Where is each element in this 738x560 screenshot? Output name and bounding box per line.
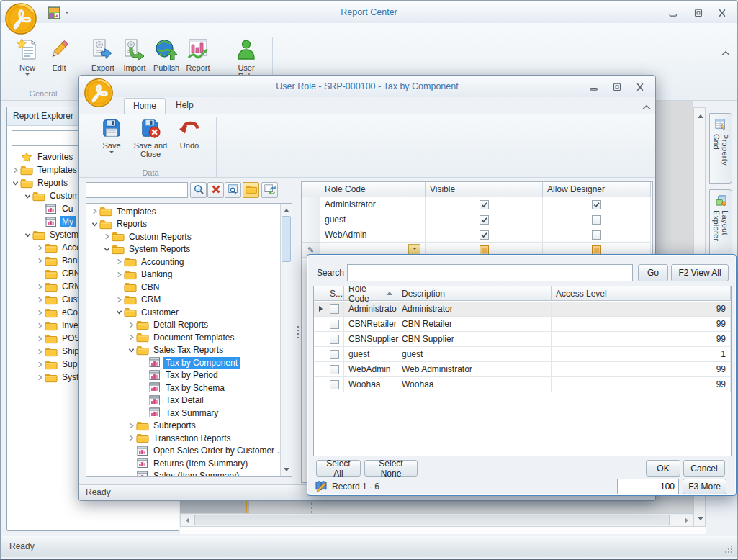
- tree-item[interactable]: Customer: [86, 306, 280, 319]
- scrollbar-thumb[interactable]: [282, 216, 291, 262]
- tree-item[interactable]: Open Sales Order by Customer ...: [86, 445, 280, 458]
- chevron-right-icon[interactable]: [35, 335, 45, 342]
- chevron-right-icon[interactable]: [89, 208, 99, 214]
- checkbox[interactable]: [330, 350, 339, 359]
- column-header[interactable]: Allow Designer: [543, 182, 651, 197]
- sync-tool-button[interactable]: [261, 182, 278, 198]
- report-button[interactable]: Report: [182, 37, 214, 72]
- tree-scrollbar[interactable]: [280, 204, 292, 476]
- tree-item[interactable]: CBN: [86, 281, 280, 294]
- checkbox[interactable]: [330, 304, 339, 314]
- preview-tool-button[interactable]: [225, 182, 241, 198]
- checkbox[interactable]: [480, 200, 489, 209]
- new-row-flag-icon[interactable]: [480, 245, 489, 255]
- tree-item[interactable]: System Reports: [86, 243, 280, 256]
- tree-filter-input[interactable]: [86, 182, 188, 198]
- import-button[interactable]: Import: [119, 37, 150, 72]
- close-button[interactable]: [713, 7, 732, 18]
- tree-item[interactable]: Returns (Item Summary): [86, 457, 280, 470]
- access-level-cell[interactable]: 1: [552, 347, 731, 362]
- chevron-right-icon[interactable]: [10, 167, 20, 173]
- role-code-cell[interactable]: CBNRetailer: [344, 317, 397, 332]
- checkbox[interactable]: [592, 200, 601, 209]
- checkbox[interactable]: [592, 230, 601, 240]
- tree-item[interactable]: Tax Summary: [86, 407, 280, 420]
- column-header[interactable]: Role Code: [320, 182, 426, 197]
- checkbox[interactable]: [480, 230, 489, 240]
- tab-property-grid[interactable]: Property Grid: [709, 113, 732, 184]
- chevron-down-icon[interactable]: [102, 246, 112, 253]
- clear-tool-button[interactable]: [207, 182, 224, 198]
- column-header[interactable]: Access Level: [552, 286, 731, 301]
- chevron-down-icon[interactable]: [22, 193, 32, 199]
- access-level-cell[interactable]: 99: [552, 377, 731, 392]
- new-button[interactable]: New: [12, 37, 43, 78]
- checkbox[interactable]: [592, 215, 601, 225]
- role-code-cell[interactable]: guest: [344, 347, 397, 362]
- chevron-right-icon[interactable]: [126, 423, 136, 429]
- role-code-cell[interactable]: WebAdmin: [320, 227, 426, 243]
- checkbox[interactable]: [330, 335, 339, 344]
- resize-grip-icon[interactable]: [724, 544, 734, 554]
- chevron-down-icon[interactable]: [114, 309, 124, 315]
- close-button[interactable]: [631, 81, 649, 92]
- chevron-right-icon[interactable]: [35, 361, 45, 368]
- access-level-cell[interactable]: 99: [552, 317, 731, 332]
- save-and-close-button[interactable]: Save and Close: [128, 117, 173, 158]
- scrollbar-thumb[interactable]: [194, 515, 670, 525]
- checkbox[interactable]: [480, 215, 489, 225]
- chevron-right-icon[interactable]: [114, 297, 124, 303]
- role-code-cell[interactable]: WebAdmin: [344, 362, 397, 377]
- tab-home[interactable]: Home: [124, 98, 166, 114]
- scroll-down-icon[interactable]: [698, 517, 703, 523]
- tree-item[interactable]: Accounting: [86, 256, 280, 268]
- collapse-ribbon-icon[interactable]: [720, 49, 732, 57]
- tree-item[interactable]: Tax Detail: [86, 394, 280, 407]
- export-button[interactable]: Export: [87, 37, 119, 72]
- chevron-right-icon[interactable]: [35, 348, 45, 355]
- description-cell[interactable]: CBN Supplier: [397, 332, 552, 347]
- chevron-right-icon[interactable]: [35, 245, 45, 251]
- row-header[interactable]: [302, 197, 320, 212]
- more-button[interactable]: F3 More: [683, 479, 726, 494]
- tree-item[interactable]: Tax by Schema: [86, 381, 280, 394]
- horizontal-scrollbar[interactable]: [180, 513, 693, 527]
- new-row-flag-icon[interactable]: [592, 245, 601, 255]
- chevron-right-icon[interactable]: [35, 374, 45, 381]
- description-cell[interactable]: Administrator: [397, 302, 552, 317]
- description-cell[interactable]: guest: [397, 347, 552, 362]
- tree-item[interactable]: Tax by Period: [86, 369, 280, 382]
- scroll-right-icon[interactable]: [685, 518, 691, 523]
- chevron-down-icon[interactable]: [126, 347, 136, 353]
- select-cell[interactable]: [325, 377, 344, 392]
- role-code-cell[interactable]: Administrator: [344, 302, 397, 317]
- select-none-button[interactable]: Select None: [364, 460, 418, 477]
- maximize-button[interactable]: [608, 81, 626, 92]
- allow-designer-cell[interactable]: [543, 227, 651, 243]
- chevron-right-icon[interactable]: [126, 334, 136, 340]
- allow-designer-cell[interactable]: [543, 212, 651, 227]
- tree-item[interactable]: Custom Reports: [86, 230, 280, 243]
- select-cell[interactable]: [325, 347, 344, 362]
- access-level-cell[interactable]: 99: [552, 362, 731, 377]
- chevron-right-icon[interactable]: [114, 258, 124, 265]
- checkbox[interactable]: [330, 380, 339, 389]
- cancel-button[interactable]: Cancel: [683, 460, 725, 477]
- tree-item[interactable]: Banking: [86, 268, 280, 281]
- folder-tool-button[interactable]: [243, 182, 259, 198]
- chevron-right-icon[interactable]: [35, 258, 45, 264]
- select-cell[interactable]: [325, 302, 344, 317]
- description-cell[interactable]: CBN Retailer: [397, 317, 552, 332]
- visible-cell[interactable]: [426, 197, 543, 212]
- search-tool-button[interactable]: [190, 182, 207, 198]
- chevron-right-icon[interactable]: [35, 284, 45, 290]
- maximize-button[interactable]: [689, 7, 708, 18]
- view-all-button[interactable]: F2 View All: [671, 264, 729, 281]
- role-code-cell[interactable]: Woohaa: [344, 377, 397, 392]
- description-cell[interactable]: Web Administrator: [397, 362, 552, 377]
- save-button[interactable]: Save: [95, 117, 128, 155]
- role-code-cell[interactable]: CBNSupplier: [344, 332, 397, 347]
- chevron-down-icon[interactable]: [22, 232, 32, 238]
- column-header[interactable]: Role Code: [344, 286, 397, 301]
- minimize-button[interactable]: [585, 81, 603, 92]
